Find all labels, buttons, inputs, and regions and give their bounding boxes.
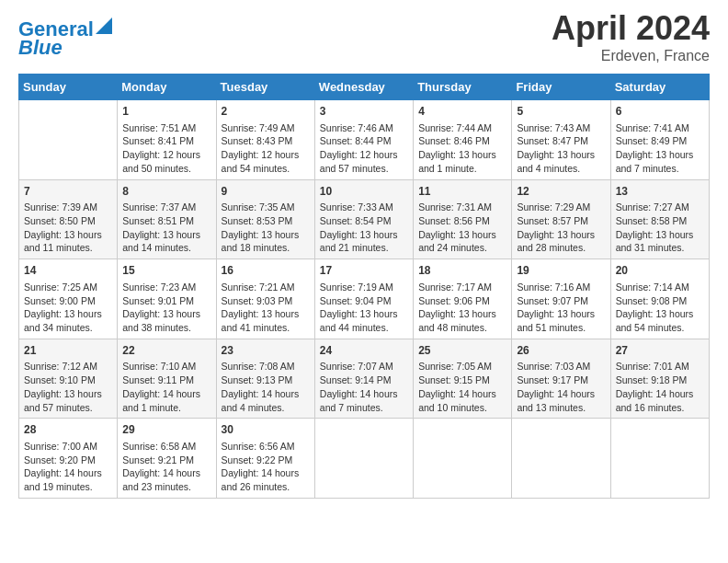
svg-marker-0 (96, 17, 112, 34)
day-info: Sunrise: 6:58 AM Sunset: 9:21 PM Dayligh… (122, 440, 210, 494)
day-number: 11 (418, 184, 506, 200)
calendar-cell (610, 419, 709, 499)
day-info: Sunrise: 7:03 AM Sunset: 9:17 PM Dayligh… (517, 360, 605, 414)
day-number: 29 (122, 422, 210, 438)
title-section: April 2024 Erdeven, France (552, 9, 710, 64)
calendar-cell: 14Sunrise: 7:25 AM Sunset: 9:00 PM Dayli… (19, 259, 118, 339)
logo-blue-text: Blue (18, 37, 63, 59)
day-info: Sunrise: 7:21 AM Sunset: 9:03 PM Dayligh… (222, 281, 310, 335)
day-number: 9 (222, 184, 310, 200)
day-info: Sunrise: 7:05 AM Sunset: 9:15 PM Dayligh… (418, 360, 506, 414)
day-info: Sunrise: 7:00 AM Sunset: 9:20 PM Dayligh… (24, 440, 112, 494)
day-number: 5 (517, 104, 605, 120)
day-number: 8 (122, 184, 210, 200)
header-thursday: Thursday (414, 75, 512, 100)
page-header: General Blue April 2024 Erdeven, France (18, 9, 710, 64)
calendar-cell: 2Sunrise: 7:49 AM Sunset: 8:43 PM Daylig… (216, 100, 314, 180)
calendar-cell (414, 419, 512, 499)
day-info: Sunrise: 7:49 AM Sunset: 8:43 PM Dayligh… (222, 121, 310, 176)
week-row-2: 7Sunrise: 7:39 AM Sunset: 8:50 PM Daylig… (19, 179, 710, 259)
calendar-cell: 27Sunrise: 7:01 AM Sunset: 9:18 PM Dayli… (610, 339, 709, 419)
header-tuesday: Tuesday (216, 75, 314, 100)
day-info: Sunrise: 7:16 AM Sunset: 9:07 PM Dayligh… (517, 281, 605, 335)
day-number: 12 (517, 184, 605, 200)
day-number: 20 (616, 263, 704, 279)
day-number: 7 (24, 184, 112, 200)
day-info: Sunrise: 7:07 AM Sunset: 9:14 PM Dayligh… (320, 360, 408, 414)
day-info: Sunrise: 7:17 AM Sunset: 9:06 PM Dayligh… (418, 281, 506, 335)
day-info: Sunrise: 7:27 AM Sunset: 8:58 PM Dayligh… (616, 201, 704, 255)
calendar-header-row: SundayMondayTuesdayWednesdayThursdayFrid… (19, 75, 710, 100)
day-number: 26 (517, 343, 605, 359)
calendar-subtitle: Erdeven, France (552, 48, 710, 64)
calendar-cell (314, 419, 413, 499)
calendar-cell: 20Sunrise: 7:14 AM Sunset: 9:08 PM Dayli… (610, 259, 709, 339)
calendar-cell: 11Sunrise: 7:31 AM Sunset: 8:56 PM Dayli… (414, 179, 512, 259)
day-number: 27 (616, 343, 704, 359)
day-number: 17 (320, 263, 408, 279)
day-number: 23 (222, 343, 310, 359)
day-info: Sunrise: 7:39 AM Sunset: 8:50 PM Dayligh… (24, 201, 112, 255)
header-saturday: Saturday (610, 75, 709, 100)
day-info: Sunrise: 7:43 AM Sunset: 8:47 PM Dayligh… (517, 121, 605, 176)
calendar-cell: 30Sunrise: 6:56 AM Sunset: 9:22 PM Dayli… (216, 419, 314, 499)
day-number: 28 (24, 422, 112, 438)
calendar-cell: 21Sunrise: 7:12 AM Sunset: 9:10 PM Dayli… (19, 339, 118, 419)
day-number: 3 (320, 104, 408, 120)
calendar-cell: 13Sunrise: 7:27 AM Sunset: 8:58 PM Dayli… (610, 179, 709, 259)
day-info: Sunrise: 7:29 AM Sunset: 8:57 PM Dayligh… (517, 201, 605, 255)
calendar-cell: 5Sunrise: 7:43 AM Sunset: 8:47 PM Daylig… (512, 100, 610, 180)
day-info: Sunrise: 7:51 AM Sunset: 8:41 PM Dayligh… (122, 121, 210, 176)
calendar-cell: 6Sunrise: 7:41 AM Sunset: 8:49 PM Daylig… (610, 100, 709, 180)
calendar-cell: 12Sunrise: 7:29 AM Sunset: 8:57 PM Dayli… (512, 179, 610, 259)
logo-arrow-icon (96, 17, 112, 34)
calendar-cell: 7Sunrise: 7:39 AM Sunset: 8:50 PM Daylig… (19, 179, 118, 259)
calendar-cell: 23Sunrise: 7:08 AM Sunset: 9:13 PM Dayli… (216, 339, 314, 419)
day-info: Sunrise: 6:56 AM Sunset: 9:22 PM Dayligh… (222, 440, 310, 494)
day-info: Sunrise: 7:19 AM Sunset: 9:04 PM Dayligh… (320, 281, 408, 335)
day-number: 16 (222, 263, 310, 279)
calendar-cell: 9Sunrise: 7:35 AM Sunset: 8:53 PM Daylig… (216, 179, 314, 259)
calendar-cell: 19Sunrise: 7:16 AM Sunset: 9:07 PM Dayli… (512, 259, 610, 339)
header-friday: Friday (512, 75, 610, 100)
day-info: Sunrise: 7:08 AM Sunset: 9:13 PM Dayligh… (222, 360, 310, 414)
day-number: 24 (320, 343, 408, 359)
calendar-cell (512, 419, 610, 499)
day-number: 18 (418, 263, 506, 279)
day-info: Sunrise: 7:10 AM Sunset: 9:11 PM Dayligh… (122, 360, 210, 414)
day-info: Sunrise: 7:37 AM Sunset: 8:51 PM Dayligh… (122, 201, 210, 255)
day-number: 19 (517, 263, 605, 279)
day-info: Sunrise: 7:14 AM Sunset: 9:08 PM Dayligh… (616, 281, 704, 335)
day-info: Sunrise: 7:25 AM Sunset: 9:00 PM Dayligh… (24, 281, 112, 335)
header-sunday: Sunday (19, 75, 118, 100)
calendar-cell: 25Sunrise: 7:05 AM Sunset: 9:15 PM Dayli… (414, 339, 512, 419)
calendar-cell: 16Sunrise: 7:21 AM Sunset: 9:03 PM Dayli… (216, 259, 314, 339)
day-info: Sunrise: 7:31 AM Sunset: 8:56 PM Dayligh… (418, 201, 506, 255)
week-row-1: 1Sunrise: 7:51 AM Sunset: 8:41 PM Daylig… (19, 100, 710, 180)
header-wednesday: Wednesday (314, 75, 413, 100)
day-number: 2 (222, 104, 310, 120)
calendar-cell: 15Sunrise: 7:23 AM Sunset: 9:01 PM Dayli… (118, 259, 216, 339)
day-info: Sunrise: 7:01 AM Sunset: 9:18 PM Dayligh… (616, 360, 704, 414)
day-number: 21 (24, 343, 112, 359)
week-row-3: 14Sunrise: 7:25 AM Sunset: 9:00 PM Dayli… (19, 259, 710, 339)
calendar-cell: 28Sunrise: 7:00 AM Sunset: 9:20 PM Dayli… (19, 419, 118, 499)
calendar-cell: 18Sunrise: 7:17 AM Sunset: 9:06 PM Dayli… (414, 259, 512, 339)
calendar-cell: 8Sunrise: 7:37 AM Sunset: 8:51 PM Daylig… (118, 179, 216, 259)
day-number: 4 (418, 104, 506, 120)
calendar-cell: 29Sunrise: 6:58 AM Sunset: 9:21 PM Dayli… (118, 419, 216, 499)
calendar-cell (19, 100, 118, 180)
header-monday: Monday (118, 75, 216, 100)
calendar-cell: 17Sunrise: 7:19 AM Sunset: 9:04 PM Dayli… (314, 259, 413, 339)
calendar-cell: 3Sunrise: 7:46 AM Sunset: 8:44 PM Daylig… (314, 100, 413, 180)
day-info: Sunrise: 7:44 AM Sunset: 8:46 PM Dayligh… (418, 121, 506, 176)
day-number: 6 (616, 104, 704, 120)
day-number: 1 (122, 104, 210, 120)
day-info: Sunrise: 7:35 AM Sunset: 8:53 PM Dayligh… (222, 201, 310, 255)
calendar-cell: 24Sunrise: 7:07 AM Sunset: 9:14 PM Dayli… (314, 339, 413, 419)
calendar-cell: 10Sunrise: 7:33 AM Sunset: 8:54 PM Dayli… (314, 179, 413, 259)
calendar-cell: 26Sunrise: 7:03 AM Sunset: 9:17 PM Dayli… (512, 339, 610, 419)
calendar-cell: 1Sunrise: 7:51 AM Sunset: 8:41 PM Daylig… (118, 100, 216, 180)
day-number: 15 (122, 263, 210, 279)
week-row-4: 21Sunrise: 7:12 AM Sunset: 9:10 PM Dayli… (19, 339, 710, 419)
